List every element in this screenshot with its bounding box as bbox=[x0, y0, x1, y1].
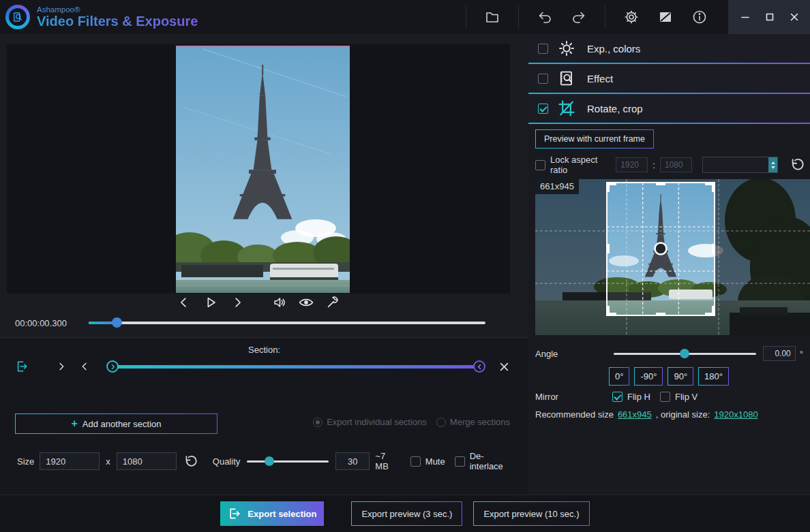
angle-thumb[interactable] bbox=[680, 349, 689, 358]
export-bar: Export selection Export preview (3 sec.)… bbox=[0, 495, 810, 532]
minimize-button[interactable] bbox=[740, 12, 750, 22]
window-controls bbox=[728, 0, 810, 34]
crop-preview-stage[interactable]: 661x945 bbox=[535, 179, 810, 335]
recommended-size-link[interactable]: 661x945 bbox=[618, 409, 652, 420]
app-logo-icon bbox=[5, 5, 30, 29]
info-icon[interactable] bbox=[691, 9, 708, 25]
radio-dot bbox=[436, 418, 446, 427]
quality-label: Quality bbox=[213, 456, 240, 467]
toggle-exp-colors[interactable]: Exp., colors bbox=[528, 34, 810, 63]
section-range-slider[interactable] bbox=[106, 360, 485, 373]
video-frame bbox=[176, 46, 350, 293]
rotate-buttons: 0° -90° 90° 180° bbox=[609, 367, 729, 386]
reset-size-icon[interactable] bbox=[183, 454, 198, 469]
crop-size-overlay: 661x945 bbox=[535, 179, 579, 194]
section-title: Section: bbox=[0, 345, 528, 355]
preview-eye-icon[interactable] bbox=[298, 294, 314, 311]
theme-toggle-icon[interactable] bbox=[657, 9, 674, 25]
next-frame-button[interactable] bbox=[229, 294, 245, 311]
dropdown-spinner[interactable] bbox=[768, 157, 777, 172]
redo-button[interactable] bbox=[571, 9, 587, 25]
degree-symbol: ° bbox=[800, 349, 803, 359]
brand-name: Ashampoo® bbox=[37, 5, 198, 14]
export-selection-button[interactable]: Export selection bbox=[220, 501, 324, 526]
aspect-width-input[interactable] bbox=[616, 157, 648, 172]
radio-merge-sections[interactable]: Merge sections bbox=[436, 417, 510, 427]
remove-section-button[interactable] bbox=[499, 362, 509, 372]
section-start-set-button[interactable] bbox=[56, 360, 67, 373]
current-timestamp: 00:00:00.300 bbox=[15, 318, 74, 328]
recommended-size-label: Recommended size bbox=[535, 409, 614, 420]
export-preview-10-button[interactable]: Export preview (10 sec.) bbox=[473, 501, 589, 526]
flip-h-checkbox[interactable] bbox=[612, 392, 622, 402]
app-title: Video Filters & Exposure bbox=[37, 14, 198, 29]
crop-icon bbox=[557, 99, 576, 118]
angle-slider[interactable] bbox=[614, 348, 756, 359]
maximize-button[interactable] bbox=[765, 12, 775, 22]
tools-wrench-icon[interactable] bbox=[325, 294, 341, 311]
rotate-neg90-button[interactable]: -90° bbox=[634, 367, 663, 386]
mute-checkbox-item[interactable]: Mute bbox=[410, 456, 445, 467]
exp-colors-checkbox[interactable] bbox=[538, 44, 548, 54]
lock-aspect-checkbox[interactable] bbox=[535, 160, 545, 170]
original-size-label: , original size: bbox=[656, 409, 710, 420]
timeline-row: 00:00:00.300 bbox=[15, 317, 485, 328]
aspect-height-input[interactable] bbox=[660, 157, 692, 172]
aspect-preset-dropdown[interactable] bbox=[702, 157, 778, 173]
section-panel: Section: bbox=[0, 337, 528, 495]
timeline-thumb[interactable] bbox=[112, 317, 122, 328]
right-panel: Exp., colors Effect Rotate, crop bbox=[528, 34, 810, 495]
lock-aspect-label: Lock aspect ratio bbox=[550, 155, 611, 175]
rotate-180-button[interactable]: 180° bbox=[698, 367, 729, 386]
settings-gear-icon[interactable] bbox=[623, 9, 640, 25]
left-panel: 00:00:00.300 Section: bbox=[0, 34, 528, 495]
reset-crop-icon[interactable] bbox=[790, 157, 805, 172]
section-export-icon[interactable] bbox=[15, 359, 29, 374]
effect-icon bbox=[557, 69, 576, 88]
section-end-handle[interactable] bbox=[473, 360, 485, 373]
radio-dot bbox=[313, 418, 322, 427]
video-preview-stage bbox=[7, 44, 510, 294]
open-file-button[interactable] bbox=[484, 9, 500, 25]
original-size-link[interactable]: 1920x1080 bbox=[714, 409, 758, 420]
flip-h-item[interactable]: Flip H bbox=[612, 392, 650, 402]
size-estimate: ~7 MB bbox=[375, 451, 397, 471]
exposure-sun-icon bbox=[557, 39, 576, 58]
play-button[interactable] bbox=[202, 294, 219, 311]
flip-v-item[interactable]: Flip V bbox=[660, 392, 698, 402]
effect-checkbox[interactable] bbox=[538, 74, 548, 84]
rotate-90-button[interactable]: 90° bbox=[668, 367, 693, 386]
quality-value-input[interactable] bbox=[335, 452, 370, 470]
radio-export-individual[interactable]: Export individual sections bbox=[313, 417, 427, 427]
deinterlace-checkbox[interactable] bbox=[455, 456, 465, 467]
rotate-0-button[interactable]: 0° bbox=[609, 367, 629, 386]
rotate-crop-checkbox[interactable] bbox=[538, 104, 548, 114]
angle-label: Angle bbox=[535, 349, 614, 359]
titlebar: Ashampoo® Video Filters & Exposure bbox=[0, 0, 810, 34]
toggle-effect[interactable]: Effect bbox=[528, 64, 810, 93]
flip-v-checkbox[interactable] bbox=[660, 392, 670, 402]
mirror-label: Mirror bbox=[535, 392, 612, 402]
preview-current-frame-button[interactable]: Preview with current frame bbox=[535, 129, 654, 148]
previous-frame-button[interactable] bbox=[176, 294, 192, 311]
toggle-rotate-crop[interactable]: Rotate, crop bbox=[528, 94, 810, 123]
undo-button[interactable] bbox=[537, 9, 553, 25]
volume-icon[interactable] bbox=[271, 294, 288, 311]
export-preview-3-button[interactable]: Export preview (3 sec.) bbox=[351, 501, 462, 526]
output-height-input[interactable] bbox=[117, 452, 177, 470]
timeline-slider[interactable] bbox=[89, 317, 485, 328]
quality-thumb[interactable] bbox=[265, 456, 274, 466]
export-mode-radios: Export individual sections Merge section… bbox=[313, 417, 510, 427]
plus-icon: + bbox=[72, 418, 78, 430]
mute-checkbox[interactable] bbox=[410, 456, 421, 467]
output-width-input[interactable] bbox=[40, 452, 100, 470]
quality-slider[interactable] bbox=[247, 456, 329, 467]
section-end-set-button[interactable] bbox=[79, 360, 90, 373]
close-button[interactable] bbox=[790, 12, 799, 22]
size-label: Size bbox=[17, 456, 34, 467]
section-start-handle[interactable] bbox=[106, 360, 119, 373]
player-controls bbox=[7, 294, 510, 311]
angle-value-input[interactable] bbox=[763, 346, 796, 361]
deinterlace-checkbox-item[interactable]: De-interlace bbox=[455, 451, 510, 471]
add-section-button[interactable]: + Add another section bbox=[15, 413, 217, 434]
